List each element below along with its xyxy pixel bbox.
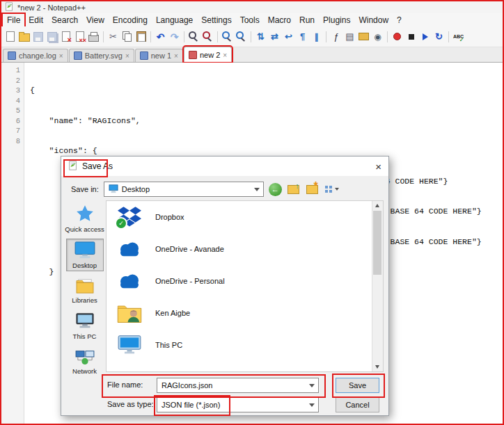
tab-change-log[interactable]: change.log [3, 49, 68, 62]
libraries-folder-icon [75, 278, 95, 296]
cancel-button[interactable]: Cancel [336, 397, 379, 412]
view-menu-icon[interactable] [324, 182, 342, 196]
new-folder-icon[interactable] [306, 182, 320, 196]
file-item-onedrive-personal[interactable]: OneDrive - Personal [107, 265, 383, 297]
save-icon[interactable] [31, 30, 45, 43]
place-this-pc[interactable]: This PC [66, 310, 104, 342]
playback-macro-icon[interactable] [418, 30, 432, 43]
menu-edit[interactable]: Edit [24, 14, 47, 26]
new-file-icon[interactable] [3, 30, 17, 43]
place-desktop[interactable]: Desktop [66, 239, 104, 271]
menu-macro[interactable]: Macro [264, 14, 295, 26]
close-all-icon[interactable] [73, 30, 86, 43]
line-number: 5 [1, 106, 20, 116]
saved-file-icon [74, 51, 82, 60]
run-macro-multiple-times-icon[interactable] [432, 30, 446, 43]
menu-file[interactable]: File [3, 14, 24, 26]
menu-encoding[interactable]: Encoding [109, 14, 152, 26]
toolbar-separator [103, 31, 104, 42]
up-one-level-icon[interactable] [287, 182, 301, 196]
zoom-out-icon[interactable] [235, 30, 248, 43]
file-monitoring-icon[interactable] [371, 30, 384, 43]
word-wrap-icon[interactable] [282, 30, 295, 43]
place-libraries[interactable]: Libraries [66, 275, 104, 306]
scrollbar-thumb[interactable] [373, 211, 381, 275]
line-number: 8 [1, 136, 20, 147]
menu-tools[interactable]: Tools [236, 14, 264, 26]
print-icon[interactable] [87, 30, 100, 43]
replace-icon[interactable] [201, 30, 214, 43]
line-number: 1 [1, 65, 20, 76]
scroll-up-icon[interactable] [375, 204, 379, 207]
save-all-icon[interactable] [45, 30, 58, 43]
tab-close-icon[interactable] [174, 51, 178, 60]
menu-view[interactable]: View [82, 14, 109, 26]
place-network[interactable]: Network [66, 346, 104, 377]
find-icon[interactable] [187, 30, 200, 43]
sync-horizontal-scroll-icon[interactable] [268, 30, 281, 43]
back-icon[interactable] [269, 183, 282, 196]
tab-new-1[interactable]: new 1 [135, 49, 183, 62]
notepad-file-icon [68, 161, 78, 172]
record-macro-icon[interactable] [391, 30, 404, 43]
zoom-in-icon[interactable] [221, 30, 234, 43]
code-line[interactable]: { [30, 86, 482, 96]
stop-recording-icon[interactable] [404, 30, 418, 43]
scrollbar[interactable] [372, 201, 383, 371]
cut-icon[interactable] [107, 30, 120, 43]
show-all-characters-icon[interactable] [296, 30, 309, 43]
file-name-input[interactable]: RAGIcons.json [157, 378, 319, 393]
file-name-label: File name: [107, 380, 143, 389]
tab-new-2[interactable]: new 2 [184, 47, 232, 62]
close-file-icon[interactable] [59, 30, 72, 43]
paste-icon[interactable] [134, 30, 148, 43]
menu-help[interactable]: ? [393, 14, 406, 26]
line-number: 4 [1, 96, 20, 106]
desktop-mini-icon [109, 184, 118, 195]
network-icon [75, 348, 95, 367]
document-map-icon[interactable] [343, 30, 356, 43]
scroll-down-icon[interactable] [375, 365, 379, 369]
line-number: 6 [1, 116, 20, 127]
save-button[interactable]: Save [336, 378, 379, 393]
toolbar-separator [217, 31, 218, 42]
tab-close-icon[interactable] [223, 51, 227, 59]
save-in-value: Desktop [122, 185, 150, 193]
save-in-dropdown[interactable]: Desktop [104, 182, 264, 197]
menu-language[interactable]: Language [152, 14, 197, 26]
dialog-title: Save As [82, 161, 113, 171]
menu-search[interactable]: Search [47, 14, 82, 26]
code-line[interactable]: "name": "RAGIcons", [30, 116, 482, 127]
menu-plugins[interactable]: Plugins [319, 14, 354, 26]
menu-run[interactable]: Run [295, 14, 319, 26]
toolbar-separator [387, 31, 388, 42]
dialog-close-icon[interactable]: × [375, 161, 381, 172]
open-file-icon[interactable] [17, 30, 31, 43]
file-item-dropbox[interactable]: Dropbox [107, 201, 383, 233]
tab-battery-svg[interactable]: Battery.svg [69, 49, 134, 62]
redo-icon[interactable] [168, 30, 181, 43]
file-item-this-pc[interactable]: This PC [107, 329, 383, 361]
title-bar[interactable]: *new 2 - Notepad++ [1, 1, 503, 13]
sync-vertical-scroll-icon[interactable] [254, 30, 267, 43]
save-as-type-dropdown[interactable]: JSON file (*.json) [157, 397, 319, 412]
place-label: Libraries [72, 296, 97, 304]
undo-icon[interactable] [154, 30, 167, 43]
place-quick-access[interactable]: Quick access [66, 202, 104, 235]
file-item-onedrive-avanade[interactable]: OneDrive - Avanade [107, 233, 383, 265]
notepadpp-window: *new 2 - Notepad++ File Edit Search View… [0, 0, 504, 425]
show-indent-guide-icon[interactable] [310, 30, 323, 43]
spell-check-icon[interactable] [452, 30, 465, 43]
tab-close-icon[interactable] [59, 51, 63, 60]
folder-as-workspace-icon[interactable] [357, 30, 370, 43]
menu-window[interactable]: Window [354, 14, 393, 26]
function-list-icon[interactable] [329, 30, 342, 43]
menu-bar: File Edit Search View Encoding Language … [1, 13, 503, 26]
code-line[interactable]: "icons": { [30, 146, 482, 157]
tab-close-icon[interactable] [125, 51, 129, 60]
copy-icon[interactable] [120, 30, 134, 43]
star-icon [75, 205, 95, 225]
dialog-title-bar[interactable]: Save As × [61, 157, 388, 176]
file-item-ken-aigbe[interactable]: Ken Aigbe [107, 297, 383, 329]
menu-settings[interactable]: Settings [197, 14, 235, 26]
